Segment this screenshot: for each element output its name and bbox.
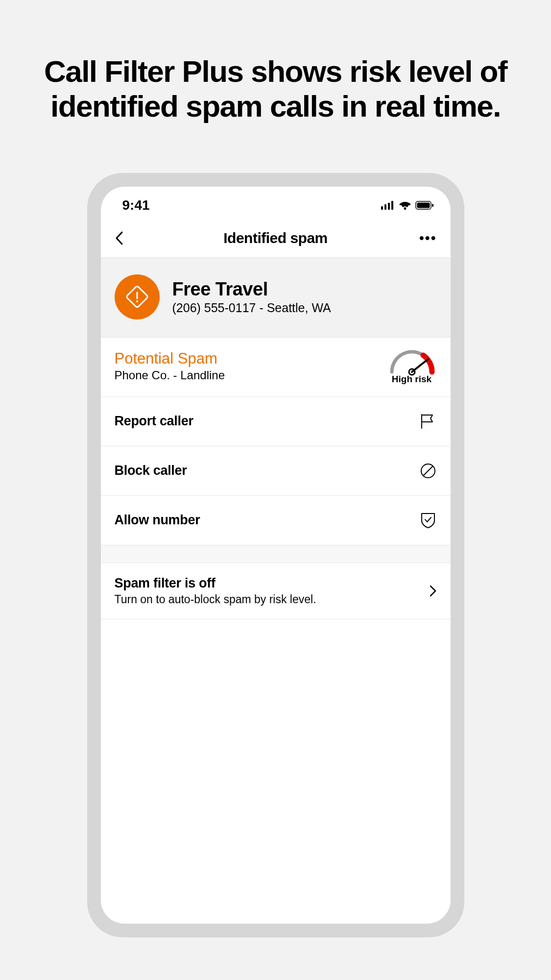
block-caller-label: Block caller (115, 463, 187, 478)
block-caller-row[interactable]: Block caller (101, 446, 451, 496)
report-caller-row[interactable]: Report caller (101, 397, 451, 446)
allow-number-label: Allow number (115, 513, 200, 528)
spam-filter-row[interactable]: Spam filter is off Turn on to auto-block… (101, 563, 451, 619)
risk-level-label: High risk (392, 374, 431, 385)
risk-gauge: High risk (387, 347, 437, 385)
svg-line-14 (423, 466, 433, 476)
caller-info-header: Free Travel (206) 555-0117 - Seattle, WA (101, 258, 451, 338)
svg-rect-7 (432, 204, 433, 207)
svg-point-10 (136, 300, 138, 302)
phone-frame: 9:41 (87, 173, 464, 937)
ellipsis-icon: ••• (419, 230, 436, 246)
wifi-icon (399, 200, 411, 210)
page-title: Identified spam (223, 230, 328, 246)
chevron-right-icon (429, 585, 437, 597)
more-menu-button[interactable]: ••• (417, 230, 436, 246)
phone-screen: 9:41 (101, 187, 451, 924)
report-caller-label: Report caller (115, 414, 193, 429)
nav-bar: Identified spam ••• (101, 220, 451, 258)
status-icons (381, 200, 434, 210)
spam-filter-subtitle: Turn on to auto-block spam by risk level… (115, 593, 316, 606)
spam-filter-title: Spam filter is off (115, 576, 316, 591)
shield-check-icon (420, 512, 436, 529)
block-icon (420, 463, 436, 479)
chevron-left-icon (115, 231, 123, 245)
svg-point-4 (404, 207, 406, 210)
marketing-headline: Call Filter Plus shows risk level of ide… (0, 54, 551, 124)
allow-number-row[interactable]: Allow number (101, 496, 451, 545)
svg-rect-6 (417, 202, 430, 208)
status-time: 9:41 (122, 197, 150, 213)
section-spacer (101, 545, 451, 563)
svg-rect-1 (384, 204, 386, 210)
caller-name: Free Travel (172, 279, 331, 300)
back-button[interactable] (115, 231, 134, 245)
signal-icon (381, 201, 395, 210)
spam-warning-icon (115, 274, 160, 319)
flag-icon (420, 413, 436, 430)
svg-rect-0 (381, 206, 383, 210)
status-bar: 9:41 (101, 187, 451, 220)
svg-line-12 (412, 359, 428, 372)
svg-rect-2 (388, 203, 390, 210)
carrier-info: Phone Co. - Landline (115, 368, 225, 382)
battery-icon (415, 201, 434, 210)
svg-rect-3 (391, 201, 393, 210)
spam-status-label: Potential Spam (115, 350, 225, 368)
caller-details: (206) 555-0117 - Seattle, WA (172, 301, 331, 315)
spam-assessment-row: Potential Spam Phone Co. - Landline High… (101, 338, 451, 397)
gauge-icon (387, 347, 437, 376)
